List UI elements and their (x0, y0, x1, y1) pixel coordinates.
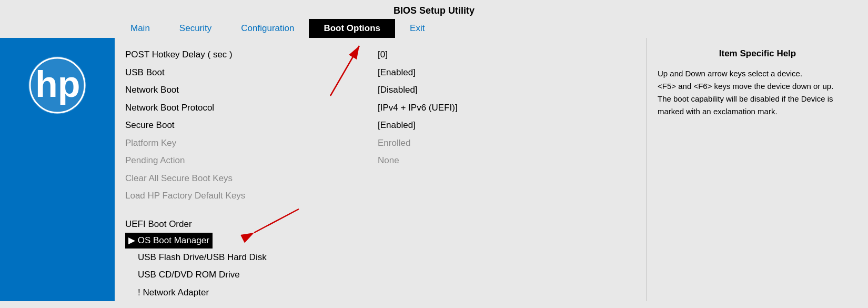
value-secure-boot: [Enabled] (378, 116, 458, 134)
value-usb-boot: [Enabled] (378, 64, 458, 82)
bios-title: BIOS Setup Utility (0, 0, 868, 19)
value-network-boot-protocol: [IPv4 + IPv6 (UEFI)] (378, 99, 458, 117)
nav-main[interactable]: Main (116, 19, 165, 38)
value-network-boot: [Disabled] (378, 81, 458, 99)
value-pending-action: None (378, 152, 458, 170)
value-platform-key: Enrolled (378, 134, 458, 152)
menu-item-usb-cd[interactable]: USB CD/DVD ROM Drive (125, 266, 636, 284)
menu-item-clear-secure-boot: Clear All Secure Boot Keys (125, 170, 636, 187)
help-title: Item Specific Help (658, 48, 857, 59)
value-post-hotkey: [0] (378, 46, 458, 64)
help-panel: Item Specific Help Up and Down arrow key… (647, 38, 868, 301)
menu-item-network-adapter[interactable]: ! Network Adapter (125, 284, 636, 302)
menu-item-load-hp-keys: Load HP Factory Default Keys (125, 187, 636, 205)
svg-text:hp: hp (35, 64, 80, 105)
nav-boot-options[interactable]: Boot Options (309, 19, 395, 38)
hp-logo: hp (26, 54, 89, 117)
menu-item-os-boot-manager[interactable]: ▶ OS Boot Manager (125, 233, 213, 249)
title-text: BIOS Setup Utility (393, 5, 475, 16)
nav-configuration[interactable]: Configuration (226, 19, 309, 38)
menu-item-usb-flash[interactable]: USB Flash Drive/USB Hard Disk (125, 249, 636, 266)
nav-exit[interactable]: Exit (395, 19, 439, 38)
nav-security[interactable]: Security (165, 19, 226, 38)
menu-item-uefi-boot-order: UEFI Boot Order (125, 215, 636, 233)
help-text: Up and Down arrow keys select a device. … (658, 67, 857, 118)
values-column: [0] [Enabled] [Disabled] [IPv4 + IPv6 (U… (378, 46, 458, 170)
nav-bar: Main Security Configuration Boot Options… (0, 19, 868, 38)
sidebar: hp (0, 38, 115, 301)
main-layout: hp POST Hotkey Delay ( sec ) USB Boot Ne… (0, 38, 868, 301)
content-area: POST Hotkey Delay ( sec ) USB Boot Netwo… (115, 38, 647, 301)
